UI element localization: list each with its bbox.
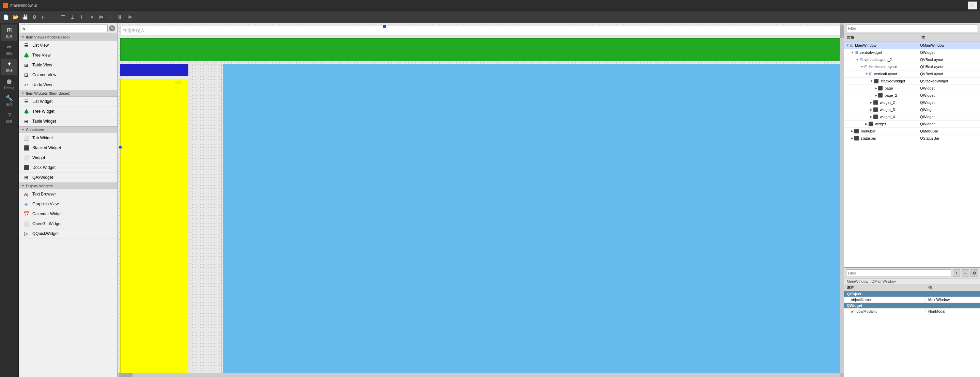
sidebar-item-design[interactable]: ✦ 设计 xyxy=(1,59,18,75)
toolbar-btn-3[interactable]: 💾 xyxy=(21,13,29,21)
close-button[interactable]: ✕ xyxy=(968,2,977,10)
tree-expand-arrow[interactable]: ▼ xyxy=(861,65,864,68)
tree-expand-arrow[interactable]: ▶ xyxy=(870,108,872,111)
prop-row[interactable]: windowModalityNonModal xyxy=(844,309,980,314)
section-arrow-item-widgets: ▼ xyxy=(21,92,24,95)
tree-expand-arrow[interactable]: ▼ xyxy=(851,51,854,54)
canvas-scrollbar-h[interactable] xyxy=(118,373,840,377)
tree-expand-arrow[interactable]: ▼ xyxy=(846,44,849,47)
widget-tree-widget[interactable]: 🌲 Tree Widget xyxy=(19,107,117,116)
tree-expand-arrow[interactable]: ▶ xyxy=(875,94,877,97)
toolbar-btn-11[interactable]: ⊨ xyxy=(97,13,106,21)
prop-value[interactable]: MainWindow xyxy=(926,297,980,302)
toolbar-btn-7[interactable]: ⊤ xyxy=(59,13,67,21)
toolbar-btn-13[interactable]: ⊪ xyxy=(116,13,125,21)
tree-row[interactable]: ▶⬛ page_2QWidget xyxy=(844,92,980,99)
widget-qquickwidget[interactable]: ▷ QQuickWidget xyxy=(19,229,117,239)
canvas-right-blue[interactable] xyxy=(223,64,841,374)
sidebar-item-welcome[interactable]: ⊞ 欢迎 xyxy=(1,24,18,41)
graphics-view-label: Graphics View xyxy=(32,202,59,206)
widget-widget[interactable]: ⬜ Widget xyxy=(19,153,117,163)
tree-row[interactable]: ▶⬛ widget_4QWidget xyxy=(844,113,980,121)
widget-search-clear-button[interactable]: ✕ xyxy=(109,25,115,31)
sidebar-item-project[interactable]: 🔧 项目 xyxy=(1,92,18,109)
widget-text-browser[interactable]: A| Text Browser xyxy=(19,189,117,199)
widget-column-view[interactable]: ⊟ Column View xyxy=(19,70,117,80)
toolbar-btn-5[interactable]: ⊢ xyxy=(40,13,48,21)
tree-expand-arrow[interactable]: ▼ xyxy=(856,58,859,61)
prop-filter-input[interactable] xyxy=(846,269,951,277)
widget-search-input[interactable] xyxy=(21,24,108,32)
canvas-scroll-arrows[interactable]: ◁ ▷ xyxy=(175,80,181,84)
tree-expand-arrow[interactable]: ▶ xyxy=(851,137,853,140)
widget-list-view[interactable]: ☰ List View xyxy=(19,41,117,50)
widget-opengl-widget[interactable]: ⬜ OpenGL Widget xyxy=(19,219,117,229)
canvas-green-bar[interactable] xyxy=(120,38,841,61)
section-item-widgets[interactable]: ▼ Item Widgets (Item-Based) xyxy=(19,90,117,97)
tree-row[interactable]: ▶⬛ statusbarQStatusBar xyxy=(844,135,980,142)
tree-row[interactable]: ▼⊞ verticalLayout_2QVBoxLayout xyxy=(844,56,980,64)
prop-remove-button[interactable]: − xyxy=(962,269,969,277)
tree-expand-arrow[interactable]: ▶ xyxy=(865,122,868,126)
tree-row[interactable]: ▼⊞ horizontalLayoutQHBoxLayout xyxy=(844,64,980,70)
widget-table-view[interactable]: ⊞ Table View xyxy=(19,60,117,70)
column-view-icon: ⊟ xyxy=(23,72,30,78)
widget-calendar-widget[interactable]: 📅 Calendar Widget xyxy=(19,209,117,219)
tree-row[interactable]: ▶⬛ widget_2QWidget xyxy=(844,99,980,106)
toolbar-btn-6[interactable]: ⊣ xyxy=(49,13,58,21)
tree-expand-arrow[interactable]: ▶ xyxy=(851,129,853,133)
sidebar-item-edit[interactable]: ✏ 编辑 xyxy=(1,41,18,58)
widget-tree-view[interactable]: 🌲 Tree View xyxy=(19,50,117,60)
toolbar-btn-4[interactable]: ⚙ xyxy=(30,13,39,21)
toolbar-btn-2[interactable]: 📂 xyxy=(11,13,20,21)
tree-node-name: widget_3 xyxy=(880,108,895,112)
widget-stacked-widget[interactable]: ⬛ Stacked Widget xyxy=(19,143,117,153)
prop-section-qwidget[interactable]: QWidget xyxy=(844,303,980,309)
prop-row[interactable]: objectNameMainWindow xyxy=(844,297,980,303)
toolbar-btn-10[interactable]: ⊧ xyxy=(87,13,96,21)
canvas-top-input[interactable]: 在这里输入 xyxy=(120,26,841,35)
object-filter-input[interactable] xyxy=(846,24,978,32)
widget-list-widget[interactable]: ☰ List Widget xyxy=(19,97,117,107)
widget-tab-widget[interactable]: ⬜ Tab Widget xyxy=(19,133,117,143)
sidebar-item-debug[interactable]: ⬟ Debug xyxy=(1,76,18,92)
tree-expand-arrow[interactable]: ▶ xyxy=(875,86,877,90)
tree-row[interactable]: ▼⊡ MainWindowQMainWindow xyxy=(844,42,980,49)
tree-row[interactable]: ▶⬛ widgetQWidget xyxy=(844,121,980,128)
tree-expand-arrow[interactable]: ▼ xyxy=(870,80,873,83)
prop-settings-button[interactable]: ⚙ xyxy=(970,269,978,277)
tree-row[interactable]: ▶⬛ widget_3QWidget xyxy=(844,106,980,113)
widget-qaxwidget[interactable]: ⊞ QAxWidget xyxy=(19,173,117,183)
canvas-yellow-area[interactable] xyxy=(120,79,188,374)
tree-row[interactable]: ▼⊞ centralwidgetQWidget xyxy=(844,49,980,56)
canvas-scrollbar-v[interactable] xyxy=(840,23,844,377)
tree-row[interactable]: ▶⬛ menubarQMenuBar xyxy=(844,128,980,135)
prop-add-button[interactable]: + xyxy=(953,269,960,277)
object-tree-content[interactable]: ▼⊡ MainWindowQMainWindow▼⊞ centralwidget… xyxy=(844,42,980,267)
toolbar-btn-8[interactable]: ⊥ xyxy=(68,13,77,21)
toolbar-btn-9[interactable]: ⊦ xyxy=(78,13,86,21)
canvas-blue-rect[interactable] xyxy=(120,64,188,76)
tree-expand-arrow[interactable]: ▶ xyxy=(870,115,872,119)
prop-value[interactable]: NonModal xyxy=(926,309,980,314)
widget-undo-view[interactable]: ↩ Undo View xyxy=(19,80,117,90)
canvas-center-dotted[interactable] xyxy=(191,64,221,374)
tree-row[interactable]: ▶⬛ pageQWidget xyxy=(844,85,980,92)
section-item-views[interactable]: ▼ Item Views (Model-Based) xyxy=(19,34,117,41)
toolbar-btn-12[interactable]: ⊩ xyxy=(106,13,115,21)
toolbar-btn-1[interactable]: 📄 xyxy=(2,13,10,21)
tree-expand-arrow[interactable]: ▼ xyxy=(865,72,868,76)
tree-row[interactable]: ▼⊞ verticalLayoutQVBoxLayout xyxy=(844,70,980,78)
section-containers[interactable]: ▼ Containers xyxy=(19,126,117,133)
canvas-content[interactable]: 在这里输入 ◁ ▷ xyxy=(118,23,844,377)
widget-graphics-view[interactable]: ◈ Graphics View xyxy=(19,199,117,209)
prop-section-qobject[interactable]: QObject xyxy=(844,291,980,297)
widget-dock-widget[interactable]: ⬛ Dock Widget xyxy=(19,163,117,173)
tree-row[interactable]: ▼⬛ stackedWidgetQStackedWidget xyxy=(844,78,980,85)
tree-expand-arrow[interactable]: ▶ xyxy=(870,101,872,104)
sidebar-item-help[interactable]: ? 帮助 xyxy=(1,110,18,126)
toolbar-btn-14[interactable]: ⊫ xyxy=(125,13,134,21)
prop-content[interactable]: QObjectobjectNameMainWindowQWidgetwindow… xyxy=(844,291,980,377)
section-display-widgets[interactable]: ▼ Display Widgets xyxy=(19,183,117,189)
widget-table-widget[interactable]: ⊞ Table Widget xyxy=(19,116,117,126)
